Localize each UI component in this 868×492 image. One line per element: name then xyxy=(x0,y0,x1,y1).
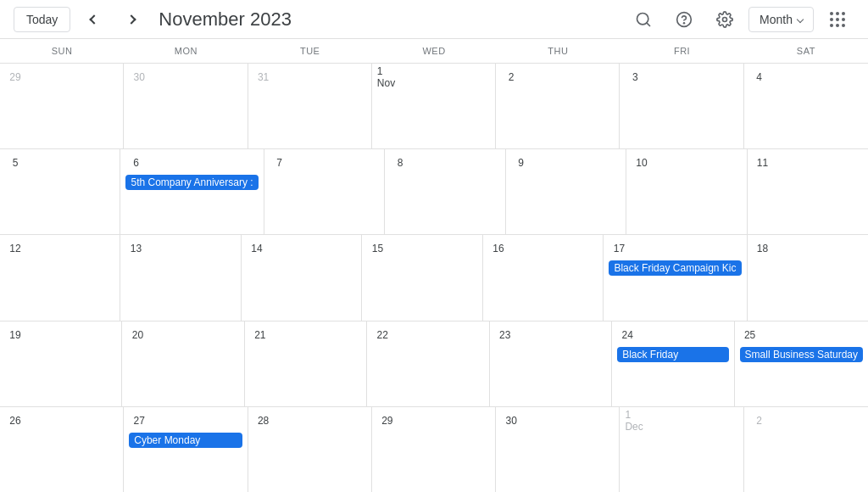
day-cell[interactable]: 1 Nov xyxy=(372,64,496,148)
settings-button[interactable] xyxy=(708,3,742,36)
day-cell[interactable]: 2 xyxy=(496,64,620,148)
day-cell[interactable]: 15 xyxy=(362,235,483,320)
day-cell[interactable]: 11 xyxy=(748,149,869,234)
day-number[interactable]: 21 xyxy=(250,325,270,345)
day-header-sat: SAT xyxy=(744,39,868,63)
day-number[interactable]: 25 xyxy=(740,325,760,345)
day-number[interactable]: 15 xyxy=(367,238,387,259)
day-number[interactable]: 22 xyxy=(372,325,392,345)
day-cell[interactable]: 10 xyxy=(626,149,747,234)
search-button[interactable] xyxy=(626,3,660,36)
day-header-fri: FRI xyxy=(620,39,743,63)
prev-button[interactable] xyxy=(81,6,108,33)
view-select-button[interactable]: Month xyxy=(748,7,814,32)
day-cell[interactable]: 28 xyxy=(248,407,372,492)
day-number[interactable]: 30 xyxy=(501,411,521,431)
apps-button[interactable] xyxy=(821,3,854,36)
day-number[interactable]: 20 xyxy=(127,325,147,345)
search-icon xyxy=(635,11,652,28)
header: Today November 2023 xyxy=(0,0,868,39)
day-cell[interactable]: 4 xyxy=(744,64,868,148)
day-header-mon: MON xyxy=(124,39,248,63)
week-row: 121314151617Black Friday Campaign Kic18 xyxy=(0,235,868,321)
calendar: SUNMONTUEWEDTHUFRISAT 2930311 Nov234565t… xyxy=(0,39,868,492)
day-number[interactable]: 1 Nov xyxy=(377,67,398,87)
day-cell[interactable]: 29 xyxy=(0,64,124,148)
settings-icon xyxy=(716,11,733,28)
day-cell[interactable]: 22 xyxy=(367,321,489,406)
day-cell[interactable]: 27Cyber Monday xyxy=(124,407,248,492)
event[interactable]: Black Friday xyxy=(617,347,728,362)
day-cell[interactable]: 30 xyxy=(124,64,248,148)
day-cell[interactable]: 21 xyxy=(245,321,367,406)
day-number[interactable]: 9 xyxy=(511,153,531,173)
day-number[interactable]: 27 xyxy=(129,411,149,431)
day-number[interactable]: 29 xyxy=(377,411,398,431)
day-number[interactable]: 19 xyxy=(5,325,25,345)
day-number[interactable]: 5 xyxy=(5,153,25,173)
day-number[interactable]: 12 xyxy=(5,238,25,259)
day-number[interactable]: 10 xyxy=(632,153,652,173)
week-row: 192021222324Black Friday25Small Business… xyxy=(0,321,868,407)
day-cell[interactable]: 17Black Friday Campaign Kic xyxy=(604,235,747,320)
day-cell[interactable]: 9 xyxy=(506,149,626,234)
day-cell[interactable]: 20 xyxy=(122,321,244,406)
day-cell[interactable]: 23 xyxy=(490,321,612,406)
day-cell[interactable]: 65th Company Anniversary : xyxy=(120,149,264,234)
day-number[interactable]: 30 xyxy=(129,67,149,87)
event[interactable]: 5th Company Anniversary : xyxy=(125,175,258,190)
day-cell[interactable]: 14 xyxy=(242,235,362,320)
day-cell[interactable]: 7 xyxy=(264,149,385,234)
day-header-thu: THU xyxy=(496,39,620,63)
day-cell[interactable]: 25Small Business Saturday xyxy=(735,321,868,406)
day-header-wed: WED xyxy=(372,39,496,63)
event[interactable]: Black Friday Campaign Kic xyxy=(609,260,741,276)
day-cell[interactable]: 24Black Friday xyxy=(612,321,734,406)
day-number[interactable]: 17 xyxy=(609,238,629,259)
weeks-container: 2930311 Nov234565th Company Anniversary … xyxy=(0,64,868,492)
month-title: November 2023 xyxy=(159,8,311,31)
day-cell[interactable]: 30 xyxy=(496,407,620,492)
help-icon xyxy=(676,11,693,28)
day-number[interactable]: 29 xyxy=(5,67,25,87)
day-cell[interactable]: 1 Dec xyxy=(620,407,743,492)
day-cell[interactable]: 12 xyxy=(0,235,120,320)
day-cell[interactable]: 2 xyxy=(744,407,868,492)
day-number[interactable]: 13 xyxy=(125,238,146,259)
day-number[interactable]: 31 xyxy=(253,67,274,87)
day-number[interactable]: 28 xyxy=(253,411,274,431)
day-cell[interactable]: 3 xyxy=(620,64,743,148)
day-cell[interactable]: 16 xyxy=(483,235,604,320)
day-number[interactable]: 6 xyxy=(125,153,146,173)
day-number[interactable]: 7 xyxy=(270,153,290,173)
event[interactable]: Small Business Saturday xyxy=(740,347,863,362)
day-number[interactable]: 18 xyxy=(753,238,773,259)
day-number[interactable]: 24 xyxy=(617,325,637,345)
day-cell[interactable]: 5 xyxy=(0,149,120,234)
event[interactable]: Cyber Monday xyxy=(129,433,242,448)
day-header-tue: TUE xyxy=(248,39,372,63)
day-cell[interactable]: 31 xyxy=(248,64,372,148)
day-number[interactable]: 1 Dec xyxy=(625,411,645,431)
day-cell[interactable]: 29 xyxy=(372,407,496,492)
help-button[interactable] xyxy=(667,3,701,36)
today-button[interactable]: Today xyxy=(14,7,70,32)
day-cell[interactable]: 13 xyxy=(120,235,241,320)
week-row: 565th Company Anniversary :7891011 xyxy=(0,149,868,235)
day-number[interactable]: 23 xyxy=(495,325,515,345)
day-number[interactable]: 2 xyxy=(501,67,521,87)
day-cell[interactable]: 8 xyxy=(385,149,505,234)
svg-line-1 xyxy=(647,22,650,25)
day-number[interactable]: 14 xyxy=(247,238,267,259)
day-number[interactable]: 4 xyxy=(749,67,770,87)
day-number[interactable]: 26 xyxy=(5,411,25,431)
day-number[interactable]: 2 xyxy=(749,411,770,431)
day-cell[interactable]: 19 xyxy=(0,321,122,406)
day-number[interactable]: 11 xyxy=(753,153,773,173)
day-cell[interactable]: 26 xyxy=(0,407,124,492)
day-number[interactable]: 8 xyxy=(390,153,410,173)
day-cell[interactable]: 18 xyxy=(748,235,868,320)
day-number[interactable]: 3 xyxy=(625,67,645,87)
next-button[interactable] xyxy=(118,6,145,33)
day-number[interactable]: 16 xyxy=(488,238,509,259)
